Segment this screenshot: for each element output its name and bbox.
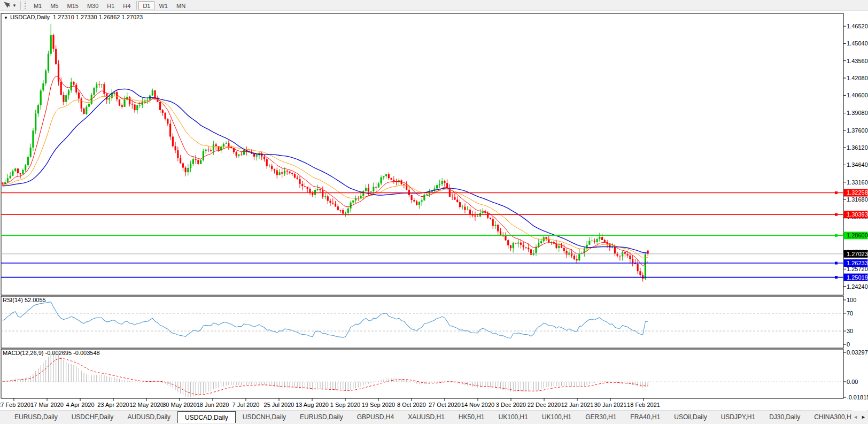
price-axis-tick: 1.24240 bbox=[847, 283, 868, 290]
rsi-axis-tick: 100 bbox=[847, 297, 856, 303]
price-axis-tick: 1.39080 bbox=[847, 110, 868, 116]
chart-tab-audusd-daily[interactable]: AUDUSD,Daily bbox=[120, 411, 177, 423]
chart-tab-fra40-h1[interactable]: FRA40,H1 bbox=[623, 411, 667, 423]
chart-tab-usdchf-daily[interactable]: USDCHF,Daily bbox=[65, 411, 121, 423]
chart-tab-eurusd-daily[interactable]: EURUSD,Daily bbox=[7, 411, 65, 423]
price-axis-tick: 1.45040 bbox=[847, 40, 868, 47]
chart-tab-uk100-h1[interactable]: UK100,H1 bbox=[492, 411, 535, 423]
date-axis-label: 30 Jan 2021 bbox=[594, 402, 627, 408]
chart-canvas[interactable]: 1.465201.450401.435601.420801.406001.390… bbox=[0, 11, 868, 411]
chart-title: ▼USDCAD,Daily 1.27310 1.27330 1.26862 1.… bbox=[4, 14, 143, 20]
chart-tab-usdjpy-h1[interactable]: USDJPY,H1 bbox=[714, 411, 762, 423]
rsi-axis-tick: 70 bbox=[847, 310, 853, 317]
timeframe-button-h4[interactable]: H4 bbox=[119, 1, 135, 10]
chart-tab-bar: EURUSD,DailyUSDCHF,DailyAUDUSD,DailyUSDC… bbox=[0, 411, 868, 423]
toolbar-separator bbox=[136, 1, 137, 10]
chart-tab-dj30-daily[interactable]: DJ30,Daily bbox=[762, 411, 807, 423]
price-axis-tick: 1.25720 bbox=[847, 266, 868, 272]
chart-tab-usoil-daily[interactable]: USOil,Daily bbox=[667, 411, 714, 423]
top-toolbar: ▼ M1M5M15M30H1H4D1W1MN bbox=[0, 0, 868, 11]
pane-frame bbox=[1, 349, 843, 398]
date-axis-label: 23 Apr 2020 bbox=[97, 402, 129, 408]
macd-axis-tick: -0.018154 bbox=[847, 394, 868, 400]
line-handle[interactable] bbox=[835, 213, 838, 216]
timeframe-button-w1[interactable]: W1 bbox=[154, 1, 172, 10]
chart-ohlc-values: 1.27310 1.27330 1.26862 1.27023 bbox=[53, 14, 143, 20]
toolbar-grip[interactable] bbox=[25, 2, 26, 9]
price-label-1.32258-text: 1.32258 bbox=[847, 189, 868, 196]
chart-tab-uk100-h1[interactable]: UK100,H1 bbox=[535, 411, 578, 423]
chart-tab-ger30-h1[interactable]: GER30,H1 bbox=[578, 411, 623, 423]
date-axis-label: 7 Jul 2020 bbox=[232, 402, 260, 408]
price-axis-tick: 1.43560 bbox=[847, 58, 868, 64]
date-axis-label: 30 May 2020 bbox=[162, 402, 197, 408]
date-axis-label: 12 Jan 2021 bbox=[561, 402, 594, 408]
price-axis-tick: 1.40600 bbox=[847, 92, 868, 98]
date-axis-label: 1 Sep 2020 bbox=[330, 402, 360, 408]
date-axis-label: 18 Feb 2021 bbox=[627, 402, 660, 408]
date-axis-label: 25 Jul 2020 bbox=[264, 402, 294, 408]
timeframe-button-m15[interactable]: M15 bbox=[63, 1, 82, 10]
price-label-1.26233-text: 1.26233 bbox=[847, 260, 868, 266]
timeframe-button-mn[interactable]: MN bbox=[172, 1, 190, 10]
date-axis-label: 18 Jun 2020 bbox=[197, 402, 229, 408]
line-handle[interactable] bbox=[835, 276, 838, 279]
chart-tab-usdcnh-daily[interactable]: USDCNH,Daily bbox=[236, 411, 293, 423]
cursor-arrow-icon bbox=[3, 2, 11, 9]
chart-symbol-label: USDCAD,Daily bbox=[10, 14, 50, 20]
toolbar-separator bbox=[20, 1, 21, 10]
timeframe-button-m30[interactable]: M30 bbox=[83, 1, 103, 10]
date-axis-label: 14 Nov 2020 bbox=[461, 402, 494, 408]
price-axis-tick: 1.37600 bbox=[847, 127, 868, 134]
chevron-down-icon[interactable]: ▼ bbox=[12, 3, 17, 8]
rsi-axis-tick: 0 bbox=[847, 341, 850, 348]
price-label-1.30393-text: 1.30393 bbox=[847, 211, 868, 218]
tab-scroll-buttons: ◄ ► bbox=[852, 411, 867, 423]
tab-scroll-right-icon[interactable]: ► bbox=[861, 414, 866, 420]
date-axis-label: 8 Oct 2020 bbox=[397, 402, 426, 408]
macd-axis-tick: 0.032972 bbox=[847, 349, 868, 356]
line-handle[interactable] bbox=[835, 234, 838, 237]
date-axis-label: 27 Oct 2020 bbox=[429, 402, 461, 408]
pane-frame bbox=[1, 13, 843, 295]
chart-tab-xauusd-h1[interactable]: XAUUSD,H1 bbox=[401, 411, 452, 423]
chart-tab-hk50-h1[interactable]: HK50,H1 bbox=[452, 411, 492, 423]
pane-frame bbox=[1, 296, 843, 348]
price-label-1.28600-text: 1.28600 bbox=[847, 232, 868, 238]
chart-tab-eurusd-daily[interactable]: EURUSD,Daily bbox=[293, 411, 350, 423]
date-axis-label: 4 Apr 2020 bbox=[66, 402, 94, 408]
price-axis-tick: 1.42080 bbox=[847, 75, 868, 81]
price-axis-tick: 1.36120 bbox=[847, 144, 868, 151]
timeframe-button-m5[interactable]: M5 bbox=[46, 1, 63, 10]
rsi-indicator-label: RSI(14) 52.0055 bbox=[3, 297, 46, 303]
macd-indicator-label: MACD(12,26,9) -0.002695 -0.003548 bbox=[3, 350, 100, 356]
date-axis-label: 13 Aug 2020 bbox=[296, 402, 329, 408]
price-axis-tick: 1.31680 bbox=[847, 196, 868, 203]
date-axis-label: 19 Sep 2020 bbox=[362, 402, 395, 408]
date-axis-label: 3 Dec 2020 bbox=[496, 402, 526, 408]
macd-axis-tick: 0.00 bbox=[847, 379, 858, 385]
tab-scroll-left-icon[interactable]: ◄ bbox=[853, 414, 858, 420]
price-axis-tick: 1.46520 bbox=[847, 23, 868, 29]
price-label-1.25019-text: 1.25019 bbox=[847, 274, 868, 281]
chart-tab-gbpusd-h4[interactable]: GBPUSD,H4 bbox=[350, 411, 401, 423]
date-axis-label: 22 Dec 2020 bbox=[528, 402, 561, 408]
chart-area: 1.465201.450401.435601.420801.406001.390… bbox=[0, 11, 868, 411]
timeframe-button-d1[interactable]: D1 bbox=[138, 1, 154, 10]
chart-tab-usdcad-daily[interactable]: USDCAD,Daily bbox=[177, 411, 236, 423]
date-axis-label: 27 Feb 2020 bbox=[0, 402, 30, 408]
cursor-tool-button[interactable]: ▼ bbox=[1, 1, 19, 10]
collapse-triangle-icon[interactable]: ▼ bbox=[4, 16, 8, 20]
timeframe-button-group: M1M5M15M30H1H4D1W1MN bbox=[29, 0, 190, 11]
price-axis-tick: 1.33160 bbox=[847, 179, 868, 186]
timeframe-button-h1[interactable]: H1 bbox=[103, 1, 119, 10]
current-price-label-text: 1.27023 bbox=[847, 251, 868, 257]
line-handle[interactable] bbox=[835, 262, 838, 265]
date-axis-label: 17 Mar 2020 bbox=[30, 402, 64, 408]
line-handle[interactable] bbox=[835, 191, 838, 194]
price-axis-tick: 1.34640 bbox=[847, 161, 868, 168]
timeframe-button-m1[interactable]: M1 bbox=[29, 1, 46, 10]
rsi-axis-tick: 30 bbox=[847, 328, 853, 334]
date-axis-label: 12 May 2020 bbox=[129, 402, 164, 408]
